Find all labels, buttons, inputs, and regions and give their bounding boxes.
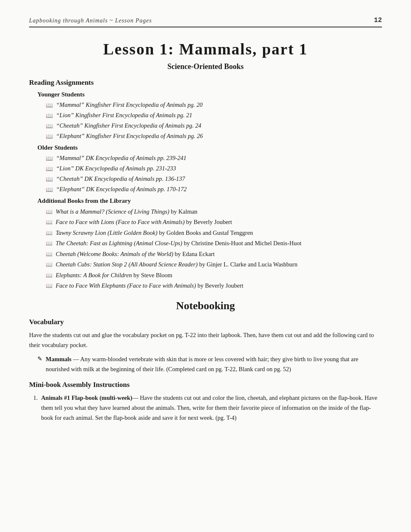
- list-item: 📖Tawny Scrawny Lion (Little Golden Book)…: [46, 228, 382, 237]
- arrow-icon: ✎: [37, 355, 42, 362]
- book-icon: 📖: [46, 218, 52, 227]
- book-text: “Lion” Kingfisher First Encyclopedia of …: [56, 111, 192, 120]
- list-item: 📖“Elephant” Kingfisher First Encyclopedi…: [46, 132, 382, 141]
- additional-books-title: Additional Books from the Library: [37, 197, 382, 204]
- book-icon: 📖: [46, 175, 53, 184]
- vocab-term: Mammals: [46, 356, 71, 362]
- book-icon: 📖: [46, 101, 53, 110]
- vocab-definition: Mammals — Any warm-blooded vertebrate wi…: [46, 355, 382, 374]
- book-icon: 📖: [46, 271, 52, 280]
- book-icon: 📖: [46, 111, 53, 120]
- book-text: “Cheetah” Kingfisher First Encyclopedia …: [56, 121, 201, 131]
- list-item: 📖“Mammal” DK Encyclopedia of Animals pp.…: [46, 154, 382, 163]
- book-icon: 📖: [46, 261, 52, 269]
- book-text: Face to Face With Elephants (Face to Fac…: [56, 281, 244, 290]
- list-item: 📖Elephants: A Book for Children by Steve…: [46, 271, 382, 280]
- additional-books-list: 📖What is a Mammal? (Science of Living Th…: [46, 207, 382, 291]
- header-title: Lapbooking through Animals ~ Lesson Page…: [29, 17, 152, 24]
- vocabulary-intro: Have the students cut out and glue the v…: [29, 330, 382, 350]
- list-item: 📖Face to Face With Elephants (Face to Fa…: [46, 281, 382, 290]
- list-item: 📖“Lion” Kingfisher First Encyclopedia of…: [46, 111, 382, 120]
- younger-students-list: 📖“Mammal” Kingfisher First Encyclopedia …: [46, 101, 382, 141]
- header: Lapbooking through Animals ~ Lesson Page…: [29, 17, 382, 27]
- list-item: 📖Cheetah Cubs: Station Stop 2 (All Aboar…: [46, 260, 382, 269]
- book-text: “Mammal” DK Encyclopedia of Animals pp. …: [56, 154, 186, 163]
- book-text: “Cheetah” DK Encyclopedia of Animals pp.…: [56, 175, 185, 184]
- science-heading: Science-Oriented Books: [29, 62, 382, 71]
- book-text: What is a Mammal? (Science of Living Thi…: [56, 207, 197, 216]
- book-text: “Lion” DK Encyclopedia of Animals pp. 23…: [56, 164, 176, 173]
- book-text: “Elephant” DK Encyclopedia of Animals pp…: [56, 185, 187, 194]
- list-content: Animals #1 Flap-book (multi-week)— Have …: [41, 393, 382, 423]
- vocabulary-item: ✎ Mammals — Any warm-blooded vertebrate …: [37, 355, 382, 374]
- list-item: 📖“Elephant” DK Encyclopedia of Animals p…: [46, 185, 382, 194]
- list-item: 📖Face to Face with Lions (Face to Face w…: [46, 217, 382, 227]
- mini-book-list: 1. Animals #1 Flap-book (multi-week)— Ha…: [33, 393, 382, 423]
- list-item: 📖“Mammal” Kingfisher First Encyclopedia …: [46, 101, 382, 110]
- book-text: “Mammal” Kingfisher First Encyclopedia o…: [56, 101, 203, 110]
- book-text: Elephants: A Book for Children by Steve …: [56, 271, 172, 280]
- flap-book-label: Animals #1 Flap-book (multi-week): [41, 394, 133, 401]
- list-item: 📖The Cheetah: Fast as Lightning (Animal …: [46, 239, 382, 248]
- book-text: Cheetah Cubs: Station Stop 2 (All Aboard…: [56, 260, 298, 269]
- book-icon: 📖: [46, 250, 52, 259]
- mini-book-title: Mini-book Assembly Instructions: [29, 381, 382, 389]
- header-page-number: 12: [374, 17, 382, 24]
- book-icon: 📖: [46, 122, 53, 131]
- book-icon: 📖: [46, 165, 53, 173]
- book-text: Face to Face with Lions (Face to Face wi…: [56, 217, 232, 227]
- book-icon: 📖: [46, 132, 53, 141]
- book-icon: 📖: [46, 185, 53, 194]
- book-text: “Elephant” Kingfisher First Encyclopedia…: [56, 132, 203, 141]
- reading-assignments-title: Reading Assignments: [29, 79, 382, 87]
- page: Lapbooking through Animals ~ Lesson Page…: [0, 0, 411, 532]
- list-item: 📖“Cheetah” Kingfisher First Encyclopedia…: [46, 121, 382, 131]
- book-icon: 📖: [46, 282, 52, 290]
- list-item: 📖“Lion” DK Encyclopedia of Animals pp. 2…: [46, 164, 382, 173]
- list-item: 1. Animals #1 Flap-book (multi-week)— Ha…: [33, 393, 382, 423]
- older-students-title: Older Students: [37, 144, 382, 151]
- vocab-def-text: — Any warm-blooded vertebrate with skin …: [46, 356, 358, 372]
- book-text: Tawny Scrawny Lion (Little Golden Book) …: [56, 228, 253, 237]
- list-item: 📖Cheetah (Welcome Books: Animals of the …: [46, 249, 382, 259]
- younger-students-title: Younger Students: [37, 91, 382, 98]
- list-item: 📖What is a Mammal? (Science of Living Th…: [46, 207, 382, 216]
- book-icon: 📖: [46, 229, 52, 237]
- older-students-list: 📖“Mammal” DK Encyclopedia of Animals pp.…: [46, 154, 382, 194]
- vocabulary-title: Vocabulary: [29, 318, 382, 326]
- book-icon: 📖: [46, 154, 53, 163]
- list-number: 1.: [33, 393, 38, 403]
- lesson-title: Lesson 1: Mammals, part 1: [29, 40, 382, 58]
- book-text: The Cheetah: Fast as Lightning (Animal C…: [56, 239, 301, 248]
- list-item: 📖“Cheetah” DK Encyclopedia of Animals pp…: [46, 175, 382, 184]
- notebooking-title: Notebooking: [29, 300, 382, 312]
- notebooking-section: Notebooking Vocabulary Have the students…: [29, 300, 382, 423]
- book-text: Cheetah (Welcome Books: Animals of the W…: [56, 249, 214, 259]
- book-icon: 📖: [46, 239, 52, 248]
- reading-assignments: Reading Assignments Younger Students 📖“M…: [29, 79, 382, 291]
- book-icon: 📖: [46, 208, 52, 216]
